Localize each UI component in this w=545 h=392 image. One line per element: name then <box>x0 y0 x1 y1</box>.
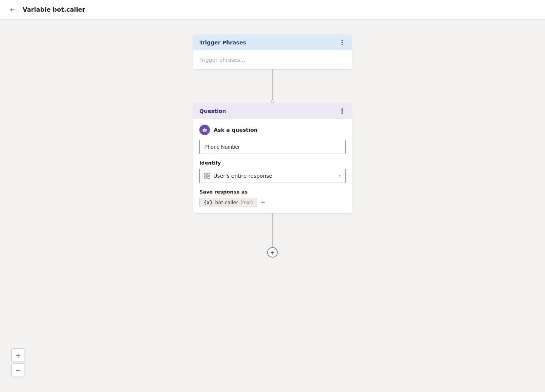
svg-rect-4 <box>204 128 205 129</box>
back-button[interactable]: ← <box>8 5 18 15</box>
svg-rect-1 <box>204 130 204 130</box>
identify-left: User's entire response <box>204 173 272 179</box>
save-response-container: {x} bot.caller (text) ✏️ <box>199 198 346 207</box>
svg-rect-0 <box>203 129 207 131</box>
top-bar: ← Variable bot.caller <box>0 0 545 20</box>
variable-type: (text) <box>240 200 253 205</box>
add-node-button[interactable]: + <box>267 247 278 258</box>
zoom-in-button[interactable]: + <box>11 348 25 362</box>
edit-variable-icon[interactable]: ✏️ <box>261 200 265 206</box>
bot-icon <box>202 127 207 133</box>
variable-name: bot.caller <box>215 200 238 205</box>
chevron-right-icon: › <box>338 173 341 179</box>
identify-text: User's entire response <box>213 173 272 179</box>
ask-label: Ask a question <box>214 127 258 133</box>
question-card: Question ⋮ Ask a question <box>193 103 352 213</box>
flow-container: Trigger Phrases ⋮ Trigger phrases... Que… <box>190 35 355 258</box>
zoom-controls: + − <box>11 348 25 377</box>
connector-line-top <box>272 69 273 99</box>
svg-rect-6 <box>208 173 210 175</box>
trigger-placeholder: Trigger phrases... <box>199 57 245 63</box>
connector-line-bottom <box>272 213 273 247</box>
identify-label: Identify <box>199 160 346 166</box>
connector-bottom: + <box>267 213 278 258</box>
trigger-phrases-header: Trigger Phrases ⋮ <box>193 35 352 50</box>
ask-section: Ask a question <box>199 125 346 135</box>
canvas: Trigger Phrases ⋮ Trigger phrases... Que… <box>0 20 545 392</box>
question-menu[interactable]: ⋮ <box>339 107 346 115</box>
svg-rect-2 <box>205 130 206 130</box>
identify-icon <box>204 173 210 179</box>
trigger-phrases-title: Trigger Phrases <box>199 40 246 46</box>
svg-rect-5 <box>205 173 207 175</box>
ask-icon <box>199 125 210 135</box>
question-input[interactable] <box>199 140 346 154</box>
zoom-out-button[interactable]: − <box>11 363 25 377</box>
svg-rect-7 <box>205 176 207 178</box>
connector-top <box>271 69 274 103</box>
question-title: Question <box>199 108 226 114</box>
variable-badge: {x} bot.caller (text) <box>199 198 257 207</box>
variable-prefix: {x} <box>204 200 213 205</box>
trigger-phrases-card: Trigger Phrases ⋮ Trigger phrases... <box>193 35 352 69</box>
identify-dropdown[interactable]: User's entire response › <box>199 169 346 183</box>
svg-rect-8 <box>208 176 210 178</box>
save-response-label: Save response as <box>199 189 346 195</box>
question-header: Question ⋮ <box>193 103 352 119</box>
page-title: Variable bot.caller <box>23 6 85 13</box>
trigger-phrases-menu[interactable]: ⋮ <box>339 38 346 46</box>
svg-rect-3 <box>204 131 205 131</box>
trigger-phrases-body: Trigger phrases... <box>193 50 352 69</box>
connector-dot-top <box>271 99 274 103</box>
question-body: Ask a question Identify User's entir <box>193 119 352 213</box>
